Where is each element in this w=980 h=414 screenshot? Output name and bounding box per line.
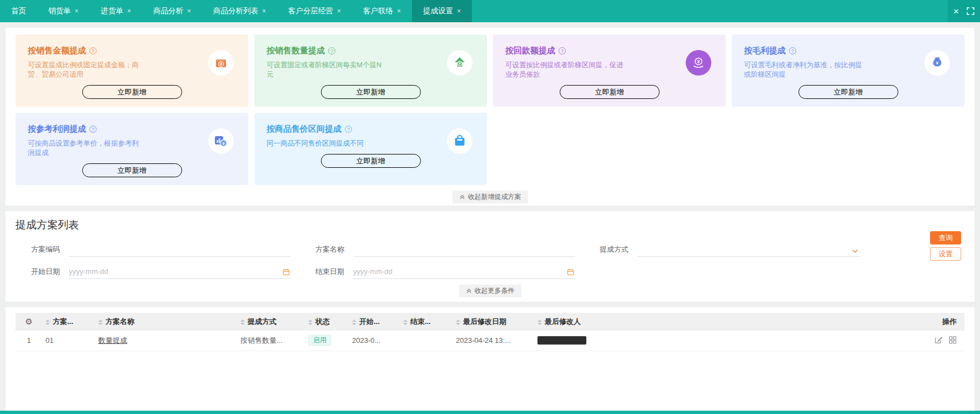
header-plan-name[interactable]: 方案名称	[105, 317, 134, 326]
cell-plan-code: 01	[42, 331, 95, 351]
add-now-button[interactable]: 立即新增	[321, 154, 421, 168]
end-date-input[interactable]	[353, 267, 575, 276]
end-date-label: 结束日期	[315, 267, 344, 279]
close-tab-icon[interactable]: ×	[262, 7, 266, 15]
tab-sales-order[interactable]: 销货单×	[37, 0, 90, 22]
plan-table: ⚙ 方案... 方案名称 提成方式 状态 开始... 结束... 最后修改日期 …	[16, 313, 964, 351]
close-tab-icon[interactable]: ×	[75, 7, 79, 15]
card-description: 可设置提成比例或固定提成金额；商贸、贸易公司适用	[28, 61, 147, 79]
filter-buttons: 查询 设置	[930, 231, 961, 261]
calendar-icon[interactable]	[567, 268, 574, 276]
tab-commission-settings[interactable]: 提成设置×	[412, 0, 472, 22]
add-now-button[interactable]: 立即新增	[798, 85, 898, 99]
sort-icon[interactable]	[456, 320, 460, 325]
add-now-button[interactable]: 立即新增	[560, 85, 660, 99]
sort-icon[interactable]	[240, 320, 245, 325]
card-title-text: 按参考利润提成	[28, 124, 86, 134]
search-button[interactable]: 查询	[930, 231, 961, 245]
add-now-button[interactable]: 立即新增	[321, 85, 421, 99]
related-lookup-icon[interactable]	[948, 336, 957, 344]
tab-product-analysis-list[interactable]: 商品分析列表×	[202, 0, 277, 22]
collapse-more-conditions[interactable]: 收起更多条件	[459, 285, 521, 297]
plan-code-input[interactable]	[69, 245, 291, 253]
tab-purchase-order[interactable]: 进货单×	[90, 0, 143, 22]
card-description: 同一商品不同售价区间提成不同	[267, 139, 386, 148]
tab-label: 商品分析列表	[213, 6, 258, 16]
help-icon[interactable]: ?	[89, 47, 97, 54]
sort-icon[interactable]	[352, 320, 356, 325]
card-title-text: 按销售数量提成	[267, 46, 325, 56]
edit-icon[interactable]	[934, 336, 943, 344]
table-header-row: ⚙ 方案... 方案名称 提成方式 状态 开始... 结束... 最后修改日期 …	[16, 313, 964, 331]
status-badge: 启用	[308, 335, 331, 346]
header-plan-code[interactable]: 方案...	[53, 317, 73, 326]
plan-code-label: 方案编码	[31, 245, 60, 257]
close-tab-icon[interactable]: ×	[397, 7, 401, 15]
close-tab-icon[interactable]: ×	[127, 7, 131, 15]
sort-icon[interactable]	[308, 320, 313, 325]
chevron-down-icon[interactable]	[852, 249, 858, 253]
commission-type-label: 提成方式	[600, 245, 629, 257]
svg-text:¥: ¥	[220, 62, 222, 66]
header-end-date[interactable]: 结束...	[410, 317, 431, 326]
svg-text:¥: ¥	[459, 62, 461, 66]
card-sales-quantity-commission: 按销售数量提成? 可设置固定或者阶梯区间每卖M个提N元 ¥ 立即新增	[254, 34, 487, 107]
plan-name-label: 方案名称	[315, 245, 344, 257]
filter-row-1: 方案编码 方案名称 提成方式	[16, 242, 964, 257]
collapse-new-commission-plans[interactable]: 收起新增提成方案	[453, 191, 528, 203]
card-title: 按毛利提成?	[744, 46, 952, 56]
close-tab-icon[interactable]: ×	[337, 7, 341, 15]
header-modified-by[interactable]: 最后修改人	[545, 317, 581, 326]
close-tab-icon[interactable]: ×	[187, 7, 191, 15]
fullscreen-icon[interactable]	[967, 7, 974, 15]
plan-name-link[interactable]: 数量提成	[98, 336, 127, 345]
tab-bar: 首页 销货单× 进货单× 商品分析× 商品分析列表× 客户分层经营× 客户联络×…	[0, 0, 980, 22]
calendar-icon[interactable]	[283, 268, 290, 276]
commission-type-select[interactable]	[637, 242, 860, 257]
help-icon[interactable]: ?	[789, 47, 796, 54]
card-title: 按参考利润提成?	[28, 124, 236, 134]
sort-icon[interactable]	[98, 320, 103, 325]
tab-product-analysis[interactable]: 商品分析×	[142, 0, 202, 22]
payment-received-icon: ¥	[686, 50, 711, 76]
chevron-double-up-icon	[466, 288, 472, 294]
header-status[interactable]: 状态	[315, 317, 330, 326]
card-title: 按商品售价区间提成?	[267, 124, 475, 134]
help-icon[interactable]: ?	[89, 126, 97, 133]
add-now-button[interactable]: 立即新增	[82, 163, 182, 177]
start-date-input[interactable]	[69, 267, 291, 276]
end-date-field: 结束日期	[315, 265, 575, 279]
table-row[interactable]: 1 01 数量提成 按销售数量... 启用 2023-0... 2023-04-…	[16, 331, 964, 351]
cell-end-date	[400, 331, 453, 351]
sort-icon[interactable]	[46, 320, 50, 325]
tab-home[interactable]: 首页	[0, 0, 37, 22]
bottom-scrollbar[interactable]	[0, 411, 980, 414]
add-now-button[interactable]: 立即新增	[82, 85, 182, 99]
close-tab-icon[interactable]: ×	[457, 7, 461, 15]
plan-name-input[interactable]	[353, 245, 575, 253]
start-date-label: 开始日期	[31, 267, 60, 279]
card-title: 按回款额提成?	[505, 46, 713, 56]
header-commission-type[interactable]: 提成方式	[248, 317, 277, 326]
header-modified-date[interactable]: 最后修改日期	[463, 317, 506, 326]
sort-icon[interactable]	[537, 320, 542, 325]
settings-button[interactable]: 设置	[930, 247, 961, 261]
header-actions: 操作	[909, 313, 964, 331]
help-icon[interactable]: ?	[328, 47, 335, 54]
card-price-range-commission: 按商品售价区间提成? 同一商品不同售价区间提成不同 立即新增	[254, 113, 487, 185]
card-title: 按销售金额提成?	[28, 46, 236, 56]
close-all-icon[interactable]: ×	[953, 7, 959, 16]
header-start-date[interactable]: 开始...	[359, 317, 380, 326]
column-settings-gear-icon[interactable]: ⚙	[25, 317, 32, 326]
sort-icon[interactable]	[403, 320, 408, 325]
card-sales-amount-commission: 按销售金额提成? 可设置提成比例或固定提成金额；商贸、贸易公司适用 ¥ 立即新增	[16, 34, 248, 107]
tab-customer-contact[interactable]: 客户联络×	[352, 0, 412, 22]
tab-customer-tiering[interactable]: 客户分层经营×	[277, 0, 352, 22]
plan-table-panel: ⚙ 方案... 方案名称 提成方式 状态 开始... 结束... 最后修改日期 …	[6, 307, 974, 414]
card-payment-collection-commission: 按回款额提成? 可设置按比例提或者阶梯区间提，促进业务员催款 ¥ 立即新增	[493, 34, 726, 107]
card-description: 可设置按比例提或者阶梯区间提，促进业务员催款	[505, 61, 625, 79]
tab-label: 提成设置	[423, 6, 453, 16]
help-icon[interactable]: ?	[345, 126, 352, 133]
card-title: 按销售数量提成?	[267, 46, 475, 56]
help-icon[interactable]: ?	[559, 47, 566, 54]
